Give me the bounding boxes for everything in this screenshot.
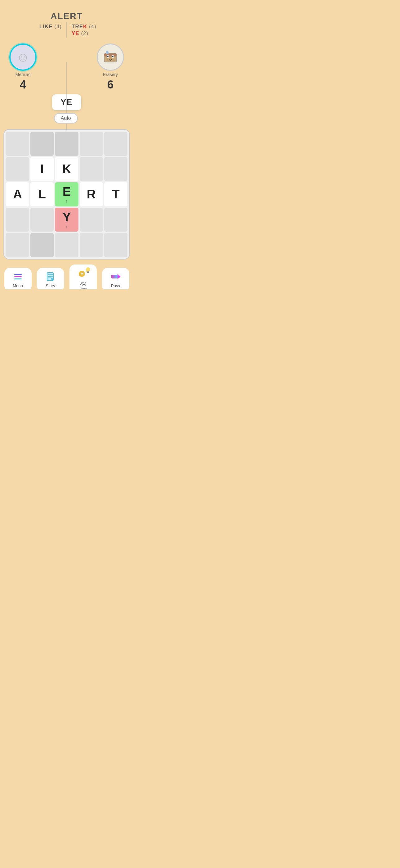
- svg-point-4: [107, 56, 108, 57]
- svg-rect-9: [14, 278, 22, 279]
- board-cell[interactable]: [104, 132, 128, 156]
- menu-icon: [12, 271, 24, 282]
- nav-menu[interactable]: Menu: [4, 268, 32, 289]
- board-cell[interactable]: [55, 233, 78, 257]
- svg-point-5: [112, 56, 113, 57]
- nav-story[interactable]: Story: [37, 268, 64, 289]
- board-cell[interactable]: [104, 208, 128, 232]
- game-board: IKAL E ↑ RT Y ↑: [3, 129, 130, 259]
- player1: ☺ Мелкая 4: [9, 43, 37, 91]
- board-cell[interactable]: R: [80, 182, 103, 207]
- board-cell[interactable]: Y ↑: [55, 208, 78, 232]
- board-cell[interactable]: I: [30, 157, 54, 181]
- board-cell[interactable]: E ↑: [55, 182, 78, 207]
- moves-row: LIKE (4) TREK (4) YE (2): [26, 22, 107, 38]
- svg-marker-22: [118, 274, 121, 279]
- player2: Erasery 6: [97, 43, 124, 91]
- timer-row: 01:58 Auto: [49, 112, 84, 125]
- player2-name: Erasery: [103, 72, 118, 77]
- eraser-character-icon: [100, 47, 120, 67]
- board-cell[interactable]: [80, 157, 103, 181]
- board-cell[interactable]: [30, 233, 54, 257]
- nav-hint[interactable]: ☀ 0(1) Hint: [69, 265, 97, 289]
- score-area: ALERT LIKE (4) TREK (4) YE (2): [0, 0, 133, 127]
- board-cell[interactable]: [6, 208, 29, 232]
- hint-icon: ☀: [77, 268, 89, 280]
- header-word: ALERT: [51, 11, 82, 21]
- board-container: IKAL E ↑ RT Y ↑: [0, 127, 133, 261]
- svg-point-15: [51, 278, 54, 280]
- player1-name: Мелкая: [15, 72, 30, 77]
- svg-rect-1: [104, 53, 116, 57]
- board-cell[interactable]: [104, 233, 128, 257]
- player2-avatar: [97, 43, 124, 71]
- player1-avatar: ☺: [9, 43, 37, 71]
- move-ye: YE (2): [72, 30, 88, 37]
- hint-text: Hint: [79, 287, 87, 289]
- board-cell[interactable]: [6, 132, 29, 156]
- moves-right: TREK (4) YE (2): [67, 22, 107, 38]
- move-trek: TREK (4): [72, 24, 96, 30]
- board-cell[interactable]: [80, 132, 103, 156]
- player2-score: 6: [107, 78, 113, 91]
- board-cell[interactable]: [55, 132, 78, 156]
- bottom-nav: Menu Story ☀: [0, 261, 133, 289]
- board-cell[interactable]: T: [104, 182, 128, 207]
- hint-label: 0(1): [80, 281, 86, 286]
- board-cell[interactable]: [104, 157, 128, 181]
- svg-rect-19: [87, 271, 89, 272]
- moves-divider: [67, 22, 67, 38]
- board-cell[interactable]: L: [30, 182, 54, 207]
- svg-rect-8: [14, 276, 22, 277]
- board-cell[interactable]: [80, 233, 103, 257]
- svg-rect-7: [14, 274, 22, 275]
- board-cell[interactable]: K: [55, 157, 78, 181]
- pass-icon: [110, 271, 121, 282]
- board-cell[interactable]: [6, 233, 29, 257]
- board-cell[interactable]: [30, 208, 54, 232]
- auto-button[interactable]: Auto: [54, 113, 78, 124]
- moves-left: LIKE (4): [26, 22, 67, 31]
- menu-label: Menu: [13, 283, 23, 288]
- move-like: LIKE (4): [39, 24, 62, 30]
- board-cell[interactable]: A: [6, 182, 29, 207]
- app-container: ALERT LIKE (4) TREK (4) YE (2): [0, 0, 133, 289]
- board-cell[interactable]: [6, 157, 29, 181]
- story-icon: [45, 271, 56, 282]
- player1-score: 4: [20, 78, 26, 91]
- smiley-icon: ☺: [16, 50, 30, 65]
- board-cell[interactable]: [30, 132, 54, 156]
- svg-rect-23: [111, 275, 118, 278]
- svg-rect-20: [87, 272, 89, 273]
- story-label: Story: [45, 283, 55, 288]
- nav-pass[interactable]: Pass: [102, 268, 129, 289]
- board-cell[interactable]: [80, 208, 103, 232]
- pass-label: Pass: [111, 283, 120, 288]
- svg-text:☀: ☀: [80, 272, 84, 276]
- svg-point-18: [86, 267, 90, 272]
